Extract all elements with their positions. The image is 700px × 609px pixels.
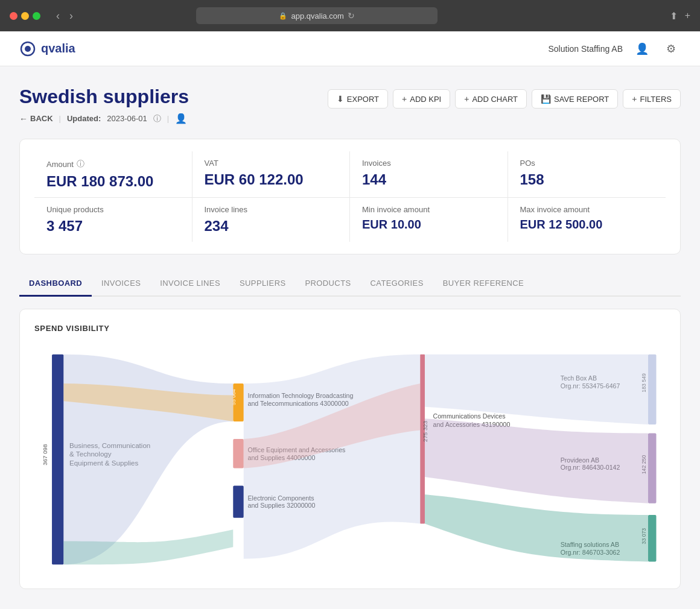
tab-invoices[interactable]: INVOICES [92,271,150,297]
tab-suppliers[interactable]: SUPPLIERS [230,271,295,297]
main-content: Swedish suppliers ← BACK | Updated: 2023… [0,66,700,589]
add-kpi-label: ADD KPI [410,95,441,104]
sankey-container: Business, Communication & Technology Equ… [34,345,666,574]
page-meta: ← BACK | Updated: 2023-06-01 ⓘ | 👤 [19,113,189,124]
add-chart-label: ADD CHART [472,95,518,104]
kpi-card-invoice-lines: Invoice lines 234 [192,197,351,242]
back-arrow-icon: ← [19,114,28,124]
tab-buyer-reference[interactable]: BUYER REFERENCE [433,271,533,297]
nav-arrows: ‹ › [52,8,77,24]
kpi-value-min-invoice: EUR 10.00 [362,218,495,232]
tab-products[interactable]: PRODUCTS [295,271,360,297]
kpi-card-vat: VAT EUR 60 122.00 [192,151,351,197]
maximize-button[interactable] [33,12,40,20]
back-label: BACK [30,114,53,123]
add-kpi-button[interactable]: + ADD KPI [393,89,450,109]
info-icon[interactable]: ⓘ [153,113,161,124]
logo[interactable]: qvalia [19,40,75,57]
kpi-label-max-invoice: Max invoice amount [520,205,654,214]
svg-rect-29 [648,515,657,561]
address-bar[interactable]: 🔒 app.qvalia.com ↻ [196,7,438,24]
toolbar-buttons: ⬇ EXPORT + ADD KPI + ADD CHART 💾 SAVE RE… [328,89,681,109]
kpi-value-vat: EUR 60 122.00 [205,171,338,188]
kpi-value-unique-products: 3 457 [46,218,180,235]
kpi-card-invoices: Invoices 144 [350,151,508,197]
logo-icon [19,40,36,57]
close-button[interactable] [10,12,18,20]
add-chart-button[interactable]: + ADD CHART [455,89,527,109]
svg-rect-14 [233,486,243,518]
chart-title: SPEND VISIBILITY [34,324,666,333]
filters-icon: + [632,94,637,104]
kpi-label-unique-products: Unique products [46,205,180,214]
kpi-card-amount: Amount ⓘ EUR 180 873.00 [34,151,192,197]
app-container: qvalia Solution Staffing AB 👤 ⚙ Swedish … [0,31,700,609]
user-small-icon[interactable]: 👤 [175,113,187,124]
chart-section: SPEND VISIBILITY Business, Communication… [19,309,681,589]
kpi-card-max-invoice: Max invoice amount EUR 12 500.00 [508,197,666,242]
kpi-label-pos: POs [520,159,654,168]
filters-button[interactable]: + FILTERS [623,89,681,109]
new-tab-button[interactable]: + [685,10,690,22]
tab-categories[interactable]: CATEGORIES [361,271,433,297]
settings-button[interactable]: ⚙ [661,39,681,58]
page-title: Swedish suppliers [19,86,189,108]
save-icon: 💾 [541,94,551,104]
top-nav: qvalia Solution Staffing AB 👤 ⚙ [0,31,700,66]
nav-right: Solution Staffing AB 👤 ⚙ [549,39,681,58]
filters-label: FILTERS [640,95,672,104]
kpi-card-min-invoice: Min invoice amount EUR 10.00 [350,197,508,242]
kpi-label-amount: Amount ⓘ [46,159,180,169]
back-link[interactable]: ← BACK [19,114,53,124]
kpi-card-pos: POs 158 [508,151,666,197]
traffic-lights [10,12,40,20]
svg-rect-11 [233,439,243,468]
kpi-value-pos: 158 [520,171,654,188]
kpi-value-amount: EUR 180 873.00 [46,173,180,190]
back-nav-button[interactable]: ‹ [52,8,63,24]
tab-invoice-lines[interactable]: INVOICE LINES [150,271,230,297]
share-button[interactable]: ⬆ [670,10,678,22]
svg-point-1 [25,46,31,52]
url-text: app.qvalia.com [291,11,343,21]
kpi-info-icon[interactable]: ⓘ [77,159,84,169]
kpi-value-max-invoice: EUR 12 500.00 [520,218,654,232]
browser-actions: ⬆ + [670,10,690,22]
logo-text: qvalia [41,42,75,55]
export-button[interactable]: ⬇ EXPORT [328,89,388,109]
kpi-label-invoices: Invoices [362,159,495,168]
save-report-label: SAVE REPORT [554,95,609,104]
tab-dashboard[interactable]: DASHBOARD [19,271,92,297]
kpi-label-min-invoice: Min invoice amount [362,205,495,214]
save-report-button[interactable]: 💾 SAVE REPORT [532,89,618,109]
page-title-area: Swedish suppliers ← BACK | Updated: 2023… [19,86,189,124]
reload-button[interactable]: ↻ [348,11,355,21]
tabs-bar: DASHBOARD INVOICES INVOICE LINES SUPPLIE… [19,271,681,297]
user-profile-button[interactable]: 👤 [632,39,652,58]
browser-chrome: ‹ › 🔒 app.qvalia.com ↻ ⬆ + [0,0,700,31]
export-label: EXPORT [347,95,379,104]
gear-icon: ⚙ [666,42,676,55]
minimize-button[interactable] [21,12,29,20]
updated-label: Updated: [67,114,101,123]
kpi-label-invoice-lines: Invoice lines [205,205,338,214]
forward-nav-button[interactable]: › [66,8,77,24]
company-name: Solution Staffing AB [549,44,623,54]
kpi-label-vat: VAT [205,159,338,168]
export-icon: ⬇ [337,94,344,104]
svg-text:367 098: 367 098 [42,444,48,465]
kpi-card-unique-products: Unique products 3 457 [34,197,192,242]
kpi-value-invoices: 144 [362,171,495,188]
svg-rect-21 [648,355,657,424]
kpi-section: Amount ⓘ EUR 180 873.00 VAT EUR 60 122.0… [19,139,681,254]
separator2: | [167,114,169,123]
separator: | [59,114,61,123]
kpi-value-invoice-lines: 234 [205,218,338,235]
updated-date: 2023-06-01 [107,114,147,123]
plus-icon-kpi: + [402,94,407,104]
user-icon: 👤 [635,42,649,55]
page-header: Swedish suppliers ← BACK | Updated: 2023… [19,86,681,124]
plus-icon-chart: + [464,94,469,104]
lock-icon: 🔒 [279,12,287,20]
svg-rect-2 [52,355,63,565]
